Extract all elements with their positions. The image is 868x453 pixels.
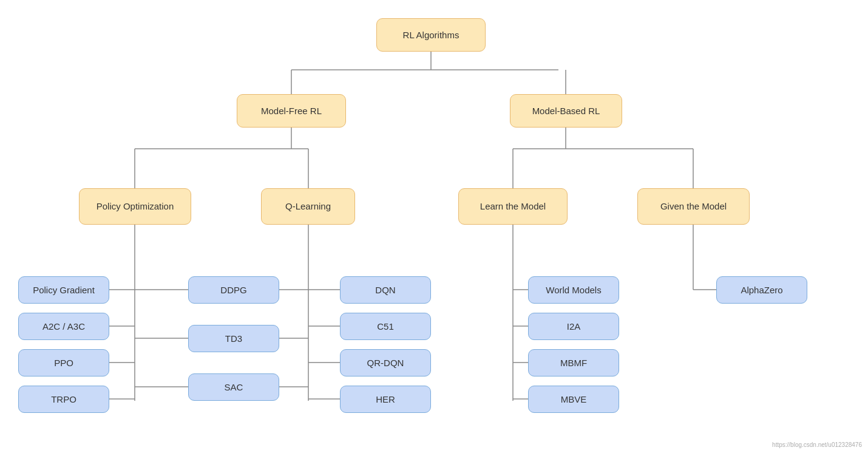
node-a2c_a3c: A2C / A3C (18, 313, 109, 340)
node-learn_model: Learn the Model (458, 188, 568, 225)
node-dqn: DQN (340, 276, 431, 304)
node-ddpg: DDPG (188, 276, 279, 304)
node-q_learning: Q-Learning (261, 188, 355, 225)
node-rl_algorithms: RL Algorithms (376, 18, 486, 52)
node-model_based: Model-Based RL (510, 94, 622, 128)
node-trpo: TRPO (18, 386, 109, 413)
node-i2a: I2A (528, 313, 619, 340)
node-sac: SAC (188, 373, 279, 401)
diagram-container: RL AlgorithmsModel-Free RLModel-Based RL… (0, 0, 868, 453)
node-her: HER (340, 386, 431, 413)
node-given_model: Given the Model (637, 188, 750, 225)
node-c51: C51 (340, 313, 431, 340)
node-qr_dqn: QR-DQN (340, 349, 431, 376)
node-policy_gradient: Policy Gradient (18, 276, 109, 304)
node-policy_opt: Policy Optimization (79, 188, 191, 225)
node-mbve: MBVE (528, 386, 619, 413)
connections-svg (0, 0, 868, 453)
node-alphazero: AlphaZero (716, 276, 807, 304)
watermark: https://blog.csdn.net/u012328476 (772, 441, 862, 448)
node-mbmf: MBMF (528, 349, 619, 376)
node-ppo: PPO (18, 349, 109, 376)
node-td3: TD3 (188, 325, 279, 352)
node-model_free: Model-Free RL (237, 94, 346, 128)
node-world_models: World Models (528, 276, 619, 304)
